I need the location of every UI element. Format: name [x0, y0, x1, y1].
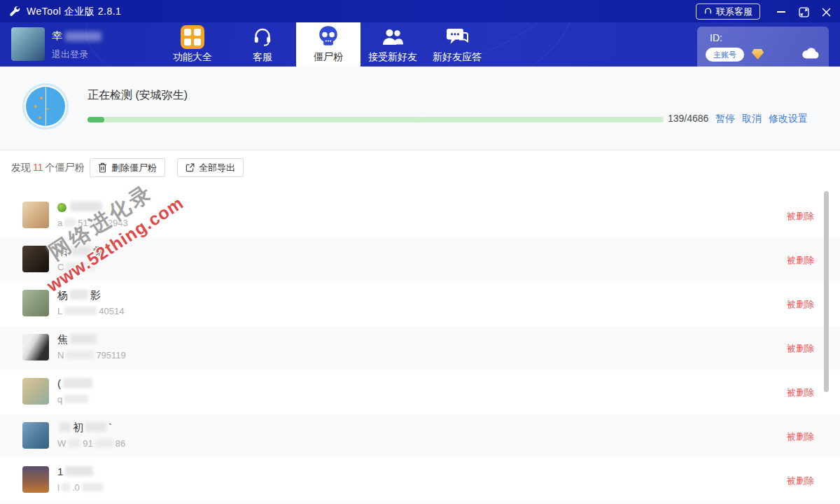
avatar: [22, 202, 49, 228]
contact-name: 杨影: [57, 289, 124, 302]
found-count-number: 11: [33, 162, 43, 173]
detection-status-text: 正在检测 (安城弥生): [88, 88, 188, 103]
maximize-icon: [799, 7, 809, 18]
pause-link[interactable]: 暂停: [715, 113, 735, 125]
contact-id: C: [57, 262, 104, 272]
app-title: WeTool 企业版 2.8.1: [27, 6, 121, 18]
modify-settings-link[interactable]: 修改设置: [769, 113, 808, 125]
contact-name: (: [57, 377, 94, 390]
wetool-logo-icon: [8, 5, 21, 18]
result-toolbar: 发现11个僵尸粉 删除僵尸粉 全部导出: [0, 151, 840, 183]
contact-id: q: [57, 394, 94, 405]
status-badge: 被删除: [787, 386, 814, 399]
zombie-fan-list: a512943 被删除 后觉 C 被删除 杨影 L40514 被删除 焦 N: [0, 183, 840, 504]
contact-name: 焦: [57, 333, 126, 346]
contact-id: l.0: [57, 482, 105, 493]
tab-zombie-fans[interactable]: 僵尸粉: [296, 16, 360, 66]
status-badge: 被删除: [787, 298, 814, 311]
avatar: [22, 466, 49, 493]
status-badge: 被删除: [787, 342, 814, 355]
avatar: [22, 246, 49, 272]
titlebar: WeTool 企业版 2.8.1 联系客服: [0, 0, 840, 22]
id-label: ID:: [710, 32, 722, 43]
gem-icon: [752, 49, 764, 59]
delete-zombie-fans-button[interactable]: 删除僵尸粉: [90, 158, 165, 177]
cancel-link[interactable]: 取消: [742, 113, 762, 125]
user-box: 幸 退出登录: [11, 27, 102, 61]
user-avatar[interactable]: [11, 27, 45, 61]
export-all-button[interactable]: 全部导出: [177, 158, 244, 177]
avatar: [22, 378, 49, 405]
status-badge: 被删除: [787, 254, 814, 267]
cloud-icon[interactable]: [801, 46, 820, 59]
headset-icon: [252, 27, 273, 48]
progress-bar: [88, 117, 664, 122]
status-badge: 被删除: [787, 430, 814, 443]
maximize-button[interactable]: [798, 6, 809, 18]
contact-name: 后觉: [57, 245, 104, 258]
chat-bubbles-icon: [445, 27, 469, 48]
grid-icon: [181, 25, 204, 49]
tab-new-friend-reply[interactable]: 新好友应答: [425, 22, 489, 66]
avatar: [22, 422, 49, 449]
contact-name: 1: [57, 465, 105, 478]
found-count-text: 发现11个僵尸粉: [11, 162, 85, 174]
list-item[interactable]: a512943 被删除: [0, 194, 840, 238]
detection-progress-section: 正在检测 (安城弥生) 139/4686 暂停 取消 修改设置: [0, 66, 840, 150]
tab-features[interactable]: 功能大全: [160, 22, 225, 66]
minimize-button[interactable]: [776, 6, 787, 18]
wetool-window: WeTool 企业版 2.8.1 联系客服 幸: [0, 0, 840, 504]
scrollbar-thumb[interactable]: [824, 191, 829, 392]
list-item[interactable]: 1 l.0 被删除: [0, 458, 840, 503]
contact-id: L40514: [57, 306, 124, 316]
list-item[interactable]: 初` W9186 被删除: [0, 414, 840, 458]
contact-support-button[interactable]: 联系客服: [696, 4, 760, 20]
headset-icon: [704, 7, 713, 16]
list-item[interactable]: 后觉 C 被删除: [0, 238, 840, 282]
avatar: [22, 334, 49, 360]
avatar: [22, 290, 49, 316]
tab-customer-service[interactable]: 客服: [230, 22, 295, 66]
contact-id: a512943: [57, 218, 128, 228]
contact-id: N795119: [57, 350, 126, 360]
close-button[interactable]: [820, 6, 832, 18]
list-item[interactable]: 杨影 L40514 被删除: [0, 282, 840, 326]
status-badge: 被删除: [787, 210, 814, 223]
list-item[interactable]: 焦 N795119 被删除: [0, 326, 840, 370]
main-account-badge: 主账号: [706, 48, 744, 62]
export-icon: [186, 163, 195, 172]
skull-icon: [316, 24, 340, 48]
status-badge: 被删除: [787, 475, 814, 487]
radar-scan-icon: [22, 83, 69, 130]
contact-id: W9186: [57, 438, 125, 449]
contact-name: 初`: [57, 421, 125, 434]
people-icon: [381, 28, 405, 47]
list-item[interactable]: ( q 被删除: [0, 370, 840, 414]
trash-icon: [98, 162, 107, 173]
close-icon: [822, 8, 831, 17]
progress-bar-fill: [88, 117, 104, 122]
censored-text: [65, 31, 102, 41]
user-name: 幸: [52, 29, 102, 43]
emoji-icon: [57, 203, 66, 212]
tab-accept-friends[interactable]: 接受新好友: [360, 22, 425, 66]
logout-link[interactable]: 退出登录: [52, 48, 102, 61]
account-id-panel: ID: 主账号: [697, 27, 829, 66]
progress-count: 139/4686: [668, 113, 708, 124]
navbar: 幸 退出登录 功能大全 客服: [0, 22, 840, 66]
contact-name: [57, 201, 128, 214]
